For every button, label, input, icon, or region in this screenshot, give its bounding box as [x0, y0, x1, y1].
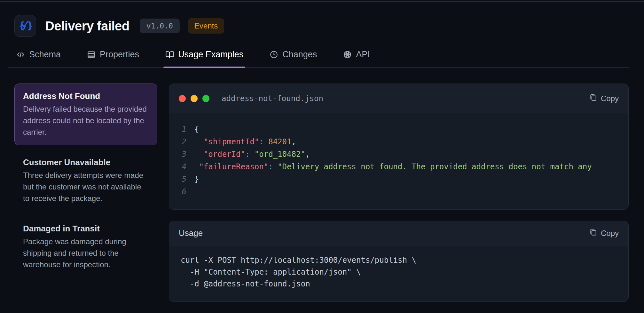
tab-schema[interactable]: Schema	[14, 50, 63, 67]
version-badge: v1.0.0	[140, 19, 180, 33]
code-example-panel: address-not-found.json Copy 1{2 "shipmen…	[169, 84, 629, 210]
window-dot-red	[179, 95, 186, 102]
window-dot-yellow	[191, 95, 198, 102]
book-icon	[165, 50, 174, 59]
usage-panel-title: Usage	[179, 228, 203, 238]
line-number: 2	[181, 137, 186, 146]
example-title: Customer Unavailable	[23, 157, 149, 167]
tab-usage-examples[interactable]: Usage Examples	[163, 50, 245, 67]
code-line: 6	[181, 185, 625, 198]
window-dots	[179, 95, 209, 102]
example-title: Damaged in Transit	[23, 223, 149, 234]
code-editor: 1{2 "shipmentId": 84201,3 "orderId": "or…	[169, 113, 628, 209]
code-line: 4 "failureReason": "Delivery address not…	[181, 160, 625, 173]
tab-label: Schema	[29, 50, 61, 60]
command-line: -d @address-not-found.json	[181, 278, 619, 290]
line-number: 3	[181, 150, 186, 159]
copy-usage-button[interactable]: Copy	[589, 228, 619, 238]
line-number: 4	[181, 162, 186, 171]
command-line: curl -X POST http://localhost:3000/event…	[181, 254, 619, 266]
clipboard-icon	[589, 93, 597, 104]
main-column: address-not-found.json Copy 1{2 "shipmen…	[169, 84, 629, 302]
code-panel-header: address-not-found.json Copy	[169, 84, 628, 113]
clock-icon	[270, 50, 278, 59]
tab-api[interactable]: API	[341, 50, 372, 67]
code-text: "shipmentId": 84201,	[194, 137, 296, 146]
page-title: Delivery failed	[45, 19, 130, 33]
example-description: Package was damaged during shipping and …	[23, 236, 149, 270]
tab-label: Usage Examples	[178, 50, 243, 60]
copy-code-label: Copy	[601, 94, 619, 103]
code-line: 2 "shipmentId": 84201,	[181, 135, 625, 148]
usage-panel: Usage Copy curl -X POST http://localhost…	[169, 221, 629, 302]
tab-bar: SchemaPropertiesUsage ExamplesChangesAPI	[8, 50, 629, 68]
usage-command-block: curl -X POST http://localhost:3000/event…	[169, 245, 628, 301]
code-text: "orderId": "ord_10482",	[194, 150, 310, 159]
clipboard-icon	[589, 228, 597, 238]
svg-text:x: x	[22, 24, 26, 31]
code-line: 3 "orderId": "ord_10482",	[181, 148, 625, 160]
example-card-customer-unavailable[interactable]: Customer UnavailableThree delivery attem…	[14, 150, 157, 212]
example-description: Three delivery attempts were made but th…	[23, 170, 149, 204]
example-description: Delivery failed because the provided add…	[23, 103, 149, 138]
code-text: }	[194, 175, 199, 184]
page-header: { } x Delivery failed v1.0.0 Events	[14, 15, 629, 37]
content-area: Address Not FoundDelivery failed because…	[14, 84, 629, 302]
tab-changes[interactable]: Changes	[268, 50, 319, 67]
tab-label: Changes	[282, 50, 317, 60]
copy-usage-label: Copy	[601, 229, 619, 238]
event-type-badge: Events	[188, 18, 224, 34]
top-divider	[0, 1, 644, 2]
tab-label: Properties	[100, 50, 139, 60]
command-line: -H "Content-Type: application/json" \	[181, 266, 619, 278]
code-text: {	[194, 125, 199, 134]
line-number: 6	[181, 187, 186, 196]
code-text: "failureReason": "Delivery address not f…	[194, 162, 592, 171]
code-icon	[16, 50, 25, 59]
example-card-address-not-found[interactable]: Address Not FoundDelivery failed because…	[14, 84, 157, 145]
app-logo: { } x	[14, 15, 36, 37]
tab-label: API	[356, 50, 370, 60]
globe-icon	[343, 50, 352, 59]
code-line: 1{	[181, 123, 625, 135]
code-filename: address-not-found.json	[222, 94, 323, 103]
line-number: 1	[181, 125, 186, 134]
usage-panel-header: Usage Copy	[169, 221, 628, 245]
example-card-damaged-in-transit[interactable]: Damaged in TransitPackage was damaged du…	[14, 216, 157, 278]
line-number: 5	[181, 175, 186, 184]
window-dot-green	[202, 95, 209, 102]
code-line: 5}	[181, 173, 625, 185]
copy-code-button[interactable]: Copy	[589, 93, 619, 104]
braces-check-logo-icon: { } x	[18, 18, 33, 34]
example-title: Address Not Found	[23, 91, 149, 101]
examples-sidebar: Address Not FoundDelivery failed because…	[14, 84, 157, 278]
tab-properties[interactable]: Properties	[85, 50, 141, 67]
table-icon	[87, 50, 96, 59]
